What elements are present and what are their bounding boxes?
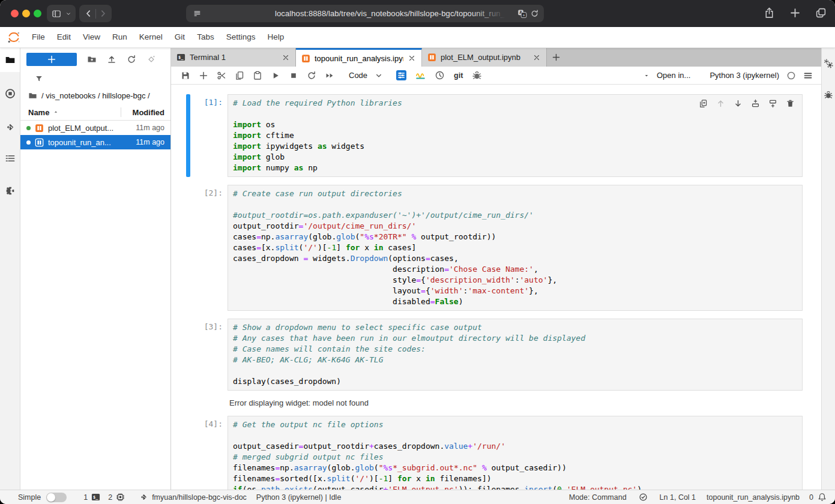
toolbar-menu-button[interactable]: [803, 71, 813, 80]
sidebar-item-toc[interactable]: [0, 146, 20, 170]
sidebar-item-git[interactable]: [0, 115, 20, 139]
paste-button[interactable]: [253, 71, 262, 80]
file-row[interactable]: topounit_run_an...11m ago: [20, 135, 170, 149]
delete-cell-button[interactable]: [786, 99, 795, 108]
new-tab-button[interactable]: [789, 7, 801, 19]
run-button[interactable]: [271, 71, 280, 80]
breadcrumb-path[interactable]: / vis_notebooks / hillslope-bgc /: [41, 91, 150, 100]
cell-editor[interactable]: # Get the output nc file options output_…: [228, 416, 803, 490]
kernel-name-button[interactable]: Python 3 (ipykernel): [710, 71, 779, 80]
tab-label: plot_ELM_output.ipynb: [441, 53, 528, 62]
cell-collapser[interactable]: [186, 94, 190, 177]
code-line: import glob: [233, 152, 797, 163]
kernel-status-item[interactable]: Python 3 (ipykernel) | Idle: [256, 493, 342, 502]
tab-close-icon[interactable]: [532, 53, 541, 62]
wave-chart-button[interactable]: [415, 70, 426, 80]
forward-button[interactable]: [98, 9, 107, 18]
tab-close-icon[interactable]: [282, 53, 290, 62]
sliders-button[interactable]: [396, 70, 406, 80]
restart-kernel-button[interactable]: [307, 71, 316, 80]
menu-item-run[interactable]: Run: [106, 27, 133, 47]
add-tab-button[interactable]: [547, 48, 565, 67]
sidebar-item-files[interactable]: [0, 48, 20, 72]
terminals-status[interactable]: 1 $_: [83, 493, 100, 502]
cell-editor[interactable]: # Create case run output directories #ou…: [228, 185, 803, 311]
menu-item-kernel[interactable]: Kernel: [133, 27, 169, 47]
move-cell-up-button[interactable]: [716, 99, 725, 108]
history-clock-button[interactable]: [435, 70, 445, 80]
restart-run-all-button[interactable]: [325, 71, 334, 80]
menu-item-view[interactable]: View: [77, 27, 106, 47]
sidebar-toggle-group: [47, 5, 76, 22]
git-button[interactable]: git: [454, 71, 463, 80]
menu-item-settings[interactable]: Settings: [220, 27, 262, 47]
column-modified[interactable]: Modified: [121, 108, 170, 117]
tabs-overview-button[interactable]: [815, 7, 827, 19]
reload-icon[interactable]: [530, 9, 539, 18]
stop-button[interactable]: [289, 71, 298, 80]
cut-button[interactable]: [217, 71, 226, 80]
file-list-header: Name Modified: [20, 104, 170, 121]
insert-cell-button[interactable]: [199, 71, 208, 80]
jupyterlab-menubar: FileEditViewRunKernelGitTabsSettingsHelp: [0, 27, 835, 48]
debugger-button[interactable]: [472, 70, 482, 80]
file-row[interactable]: plot_ELM_output...11m ago: [20, 121, 170, 135]
git-branch-status[interactable]: fmyuan/hillslope-bgc-vis-doc: [139, 493, 247, 502]
insert-cell-below-button[interactable]: [768, 99, 777, 108]
duplicate-cell-button[interactable]: [699, 99, 708, 108]
active-file-status[interactable]: topounit_run_analysis.ipynb: [707, 493, 800, 502]
new-launcher-button[interactable]: [26, 53, 77, 66]
traffic-light-minimize[interactable]: [22, 10, 30, 17]
url-bar[interactable]: localhost:8888/lab/tree/vis_notebooks/hi…: [186, 5, 544, 22]
git-clone-button[interactable]: [146, 55, 156, 64]
simple-mode-toggle[interactable]: [46, 493, 67, 502]
kernels-status[interactable]: 2: [108, 493, 125, 502]
code-line: #output_rootdir=os.path.expanduser('~')+…: [233, 210, 797, 221]
traffic-light-close[interactable]: [11, 10, 19, 17]
sidebar-item-running-sessions[interactable]: [0, 82, 20, 106]
menu-item-edit[interactable]: Edit: [51, 27, 77, 47]
cursor-position-status[interactable]: Ln 1, Col 1: [660, 493, 696, 502]
tab-terminal-1[interactable]: $_Terminal 1: [171, 48, 296, 67]
notifications-status[interactable]: 0: [809, 493, 827, 502]
menu-item-git[interactable]: Git: [169, 27, 191, 47]
tab-plot-elm-output-ipynb[interactable]: plot_ELM_output.ipynb: [422, 48, 547, 67]
chevron-down-icon[interactable]: [65, 11, 71, 17]
cell-collapser[interactable]: [186, 185, 190, 311]
refresh-files-button[interactable]: [127, 55, 136, 64]
menu-item-tabs[interactable]: Tabs: [191, 27, 220, 47]
cell-type-dropdown[interactable]: Code: [349, 71, 383, 80]
move-cell-down-button[interactable]: [734, 99, 743, 108]
file-browser-toolbar: [20, 48, 170, 71]
sidebar-toggle-icon[interactable]: [52, 9, 61, 19]
notebook-cell: [3]:# Show a dropdown menu to select spe…: [186, 319, 803, 391]
cell-collapser[interactable]: [186, 319, 190, 391]
cell-editor[interactable]: # Load the required Python libraries imp…: [228, 94, 803, 177]
breadcrumb[interactable]: / vis_notebooks / hillslope-bgc /: [20, 86, 170, 104]
command-mode-status[interactable]: Mode: Command: [569, 493, 627, 502]
open-in-dropdown[interactable]: Open in...: [657, 71, 690, 80]
sidebar-item-debugger[interactable]: [822, 83, 835, 107]
share-button[interactable]: [764, 7, 775, 19]
save-button[interactable]: [181, 71, 190, 80]
sidebar-item-property-inspector[interactable]: [822, 52, 835, 76]
reader-icon[interactable]: [193, 9, 202, 18]
tab-topounit-run-analysis-ipynb[interactable]: topounit_run_analysis.ipynb: [296, 48, 422, 67]
menu-item-help[interactable]: Help: [261, 27, 290, 47]
upload-button[interactable]: [107, 55, 116, 64]
translate-icon[interactable]: Aa: [517, 9, 527, 19]
cell-collapser[interactable]: [186, 416, 190, 490]
code-line: import os: [233, 119, 797, 130]
menu-item-file[interactable]: File: [26, 27, 51, 47]
column-name[interactable]: Name: [20, 108, 121, 117]
tab-close-icon[interactable]: [408, 54, 416, 62]
filter-funnel-icon[interactable]: [35, 74, 43, 83]
sidebar-item-extensions[interactable]: [0, 179, 20, 203]
back-button[interactable]: [84, 9, 93, 18]
traffic-light-zoom[interactable]: [34, 10, 41, 17]
copy-button[interactable]: [235, 71, 244, 80]
new-folder-button[interactable]: [87, 55, 97, 64]
insert-cell-above-button[interactable]: [751, 99, 760, 108]
kernel-status-icon[interactable]: [786, 71, 796, 80]
cell-editor[interactable]: # Show a dropdown menu to select specifi…: [228, 319, 803, 391]
